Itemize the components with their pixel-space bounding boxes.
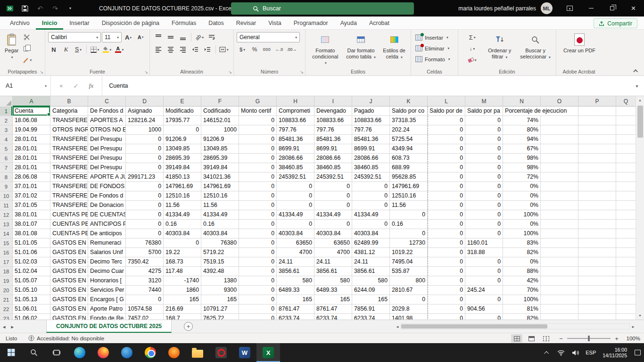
cell-A21[interactable]: 51.05.13 xyxy=(13,295,50,304)
cell-B4[interactable]: TRANSFEREN xyxy=(50,135,88,144)
cell-M23[interactable]: 0 xyxy=(465,314,503,320)
ribbon-tab-acrobat[interactable]: Acrobat xyxy=(363,16,396,30)
cell-K15[interactable]: 12730 xyxy=(390,239,428,248)
cell-J8[interactable]: 245392.51 xyxy=(352,173,390,182)
cell-N15[interactable]: 83% xyxy=(503,239,541,248)
hidden-icons-button[interactable] xyxy=(543,349,551,356)
cell-B9[interactable]: TRANSFEREN xyxy=(50,182,88,191)
cell-P20[interactable] xyxy=(578,286,616,295)
taskbar-app-orange-app[interactable] xyxy=(162,343,186,362)
font-color-button[interactable]: A▾ xyxy=(114,44,125,55)
cell-O23[interactable] xyxy=(541,314,578,320)
cell-M10[interactable]: 0 xyxy=(465,191,503,201)
row-header-6[interactable]: 6 xyxy=(0,154,13,163)
cell-A9[interactable]: 37.01.01 xyxy=(13,182,50,191)
cell-O22[interactable] xyxy=(541,304,578,314)
cell-E9[interactable]: 147961.69 xyxy=(164,182,201,191)
cell-F19[interactable]: 1380 xyxy=(201,276,239,286)
cell-N3[interactable]: 80% xyxy=(503,125,541,135)
cell-M13[interactable]: 0 xyxy=(465,220,503,229)
cell-D5[interactable]: 0 xyxy=(126,144,164,154)
cell-J16[interactable]: 4381.12 xyxy=(352,248,390,257)
cell-L23[interactable]: 0 xyxy=(428,314,465,320)
cell-I19[interactable]: 580 xyxy=(314,276,352,286)
cell-Q14[interactable] xyxy=(616,229,636,239)
column-header-D[interactable]: D xyxy=(126,96,164,107)
ribbon-tab-vista[interactable]: Vista xyxy=(262,16,288,30)
cell-M5[interactable]: 0 xyxy=(465,144,503,154)
column-header-A[interactable]: A xyxy=(13,96,50,107)
row-header-23[interactable]: 23 xyxy=(0,314,13,320)
cell-L21[interactable]: 0 xyxy=(428,295,465,304)
vertical-scroll-thumb[interactable] xyxy=(637,106,643,138)
autosum-button[interactable]: Σ▾ xyxy=(462,32,482,42)
cell-J9[interactable]: 0 xyxy=(352,182,390,191)
zoom-slider-thumb[interactable] xyxy=(588,336,590,341)
cell-O16[interactable] xyxy=(541,248,578,257)
cell-L5[interactable]: 0 xyxy=(428,144,465,154)
cell-J3[interactable]: 797.76 xyxy=(352,125,390,135)
cell-D2[interactable]: 128216.24 xyxy=(126,116,164,125)
cell-O7[interactable] xyxy=(541,163,578,173)
cell-F6[interactable]: 28695.39 xyxy=(201,154,239,163)
cell-H19[interactable]: 580 xyxy=(277,276,314,286)
cell-D1[interactable]: Asignado xyxy=(126,107,164,116)
cell-B12[interactable]: CUENTAS PE xyxy=(50,210,88,220)
cell-C6[interactable]: Del Presupu xyxy=(88,154,126,163)
cell-N20[interactable]: 70% xyxy=(503,286,541,295)
cell-D19[interactable]: 3120 xyxy=(126,276,164,286)
cell-A4[interactable]: 28.01.01 xyxy=(13,135,50,144)
cell-O15[interactable] xyxy=(541,239,578,248)
taskbar-app-blue-app[interactable] xyxy=(115,343,139,362)
increase-font-size-button[interactable]: A▴ xyxy=(123,32,134,42)
delete-cells-button[interactable]: Eliminar▾ xyxy=(414,43,456,54)
zoom-in-button[interactable]: + xyxy=(614,335,619,342)
cell-B7[interactable]: TRANSFEREN xyxy=(50,163,88,173)
cell-I1[interactable]: Devengado xyxy=(314,107,352,116)
cell-Q7[interactable] xyxy=(616,163,636,173)
cell-J15[interactable]: 62489.99 xyxy=(352,239,390,248)
cell-E16[interactable]: 19.22 xyxy=(164,248,201,257)
cell-C7[interactable]: Del Presupu xyxy=(88,163,126,173)
cell-G3[interactable]: 0 xyxy=(239,125,277,135)
cell-Q9[interactable] xyxy=(616,182,636,191)
cell-G1[interactable]: Monto certif xyxy=(239,107,277,116)
ribbon-tab-programador[interactable]: Programador xyxy=(288,16,334,30)
cell-P4[interactable] xyxy=(578,135,616,144)
cell-G19[interactable]: 0 xyxy=(239,276,277,286)
comma-style-button[interactable]: 000 xyxy=(261,44,272,55)
cell-A17[interactable]: 51.02.03 xyxy=(13,257,50,267)
search-box[interactable]: Buscar xyxy=(231,2,414,15)
save-icon[interactable] xyxy=(21,4,29,13)
cell-K22[interactable]: 2029.8 xyxy=(390,304,428,314)
column-header-E[interactable]: E xyxy=(164,96,201,107)
cell-N14[interactable]: 100% xyxy=(503,229,541,239)
cell-J22[interactable]: 7856.91 xyxy=(352,304,390,314)
cell-P9[interactable] xyxy=(578,182,616,191)
cell-F7[interactable]: 39149.84 xyxy=(201,163,239,173)
cell-Q6[interactable] xyxy=(616,154,636,163)
cell-N6[interactable]: 98% xyxy=(503,154,541,163)
cell-I3[interactable]: 797.76 xyxy=(314,125,352,135)
cell-A5[interactable]: 28.01.01 xyxy=(13,144,50,154)
cell-F21[interactable]: 165 xyxy=(201,295,239,304)
decrease-decimal-button[interactable]: .00→ xyxy=(286,44,298,55)
cell-L7[interactable]: 0 xyxy=(428,163,465,173)
cell-E19[interactable]: -1740 xyxy=(164,276,201,286)
ribbon-tab-datos[interactable]: Datos xyxy=(202,16,230,30)
sheet-tab-active[interactable]: CONJUNTO DE DATOS OCTUBRE 2025 xyxy=(46,320,172,333)
bold-button[interactable]: N xyxy=(48,44,59,55)
cell-F20[interactable]: 9300 xyxy=(201,286,239,295)
cell-Q19[interactable] xyxy=(616,276,636,286)
cell-F2[interactable]: 146152.01 xyxy=(201,116,239,125)
percent-style-button[interactable]: % xyxy=(249,44,260,55)
cell-I23[interactable]: 6233.74 xyxy=(314,314,352,320)
cell-D4[interactable]: 0 xyxy=(126,135,164,144)
row-header-17[interactable]: 17 xyxy=(0,257,13,267)
cell-D8[interactable]: 299171.23 xyxy=(126,173,164,182)
cell-L14[interactable]: 0 xyxy=(428,229,465,239)
cell-P18[interactable] xyxy=(578,267,616,276)
cell-P11[interactable] xyxy=(578,201,616,210)
cell-L1[interactable]: Saldo por de xyxy=(428,107,465,116)
cell-O12[interactable] xyxy=(541,210,578,220)
